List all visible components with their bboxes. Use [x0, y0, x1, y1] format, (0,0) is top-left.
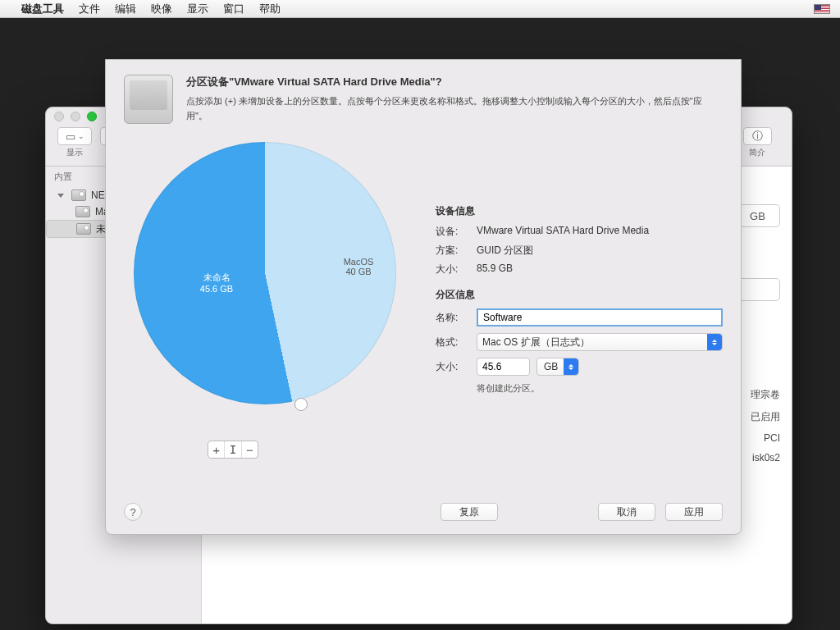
- scheme-value: GUID 分区图: [477, 244, 723, 258]
- pie-slice-label: MacOS 40 GB: [334, 257, 383, 276]
- disk-icon: [76, 223, 91, 235]
- menu-window[interactable]: 窗口: [223, 2, 244, 16]
- view-label: 显示: [66, 147, 83, 158]
- edit-partition-button[interactable]: I: [224, 441, 240, 458]
- revert-button[interactable]: 复原: [441, 503, 498, 521]
- help-button[interactable]: ?: [124, 503, 142, 521]
- size-key: 大小:: [436, 262, 477, 276]
- size-value: 85.9 GB: [477, 262, 723, 276]
- partition-info-heading: 分区信息: [436, 288, 723, 302]
- disclosure-icon[interactable]: [57, 194, 64, 198]
- disk-icon: [71, 189, 86, 201]
- stub-label: 理宗卷: [751, 388, 780, 402]
- format-value: Mac OS 扩展（日志式）: [482, 336, 590, 349]
- format-select[interactable]: Mac OS 扩展（日志式）: [477, 333, 723, 351]
- harddrive-icon: [124, 75, 173, 124]
- partition-name-input[interactable]: [477, 308, 723, 326]
- menu-edit[interactable]: 编辑: [115, 2, 136, 16]
- sheet-description: 点按添加 (+) 来增加设备上的分区数量。点按每个分区来更改名称和格式。拖移调整…: [186, 94, 723, 123]
- slice-size: 40 GB: [334, 267, 383, 276]
- device-key: 设备:: [436, 225, 477, 239]
- view-button[interactable]: ▭ ⌄: [57, 127, 92, 145]
- slice-size: 45.6 GB: [180, 284, 253, 294]
- add-partition-button[interactable]: +: [208, 441, 224, 458]
- name-key: 名称:: [436, 311, 477, 325]
- apply-button[interactable]: 应用: [665, 503, 723, 521]
- info-label: 简介: [749, 147, 765, 158]
- slice-name: MacOS: [334, 257, 383, 267]
- sheet-title: 分区设备"VMware Virtual SATA Hard Drive Medi…: [186, 75, 723, 89]
- stub-label: isk0s2: [751, 452, 780, 463]
- info-button[interactable]: ⓘ: [743, 127, 772, 145]
- add-remove-buttons: + I −: [208, 441, 258, 459]
- psize-key: 大小:: [436, 360, 477, 374]
- resize-handle-icon[interactable]: [294, 398, 308, 411]
- device-value: VMware Virtual SATA Hard Drive Media: [477, 225, 723, 239]
- format-key: 格式:: [436, 336, 477, 349]
- stub-label: PCI: [751, 432, 780, 444]
- disk-icon: [75, 206, 90, 217]
- chevron-updown-icon: [564, 358, 578, 375]
- size-unit-select[interactable]: GB: [536, 358, 579, 376]
- device-info-heading: 设备信息: [436, 204, 723, 218]
- input-flag-icon[interactable]: [814, 4, 830, 14]
- chevron-updown-icon: [707, 334, 722, 350]
- menubar: 磁盘工具 文件 编辑 映像 显示 窗口 帮助: [0, 0, 840, 18]
- menu-app[interactable]: 磁盘工具: [21, 2, 64, 16]
- partition-pie[interactable]: 未命名 45.6 GB MacOS 40 GB: [134, 142, 413, 437]
- menu-file[interactable]: 文件: [79, 2, 100, 16]
- menu-view[interactable]: 显示: [187, 2, 208, 16]
- pie-slice-label: 未命名 45.6 GB: [180, 272, 253, 294]
- scheme-key: 方案:: [436, 244, 477, 258]
- stub-label: 已启用: [751, 410, 780, 424]
- slice-name: 未命名: [180, 272, 253, 284]
- partition-size-input[interactable]: [477, 358, 530, 376]
- menu-image[interactable]: 映像: [151, 2, 172, 16]
- info-stubs: 理宗卷 已启用 PCI isk0s2: [751, 380, 780, 472]
- size-badge: GB: [735, 204, 780, 227]
- remove-partition-button[interactable]: −: [241, 441, 258, 458]
- menu-help[interactable]: 帮助: [259, 2, 281, 16]
- unit-value: GB: [544, 361, 558, 372]
- partition-sheet: 分区设备"VMware Virtual SATA Hard Drive Medi…: [105, 59, 742, 535]
- partition-note: 将创建此分区。: [477, 382, 723, 395]
- cancel-button[interactable]: 取消: [598, 503, 655, 521]
- info-box: [735, 278, 780, 301]
